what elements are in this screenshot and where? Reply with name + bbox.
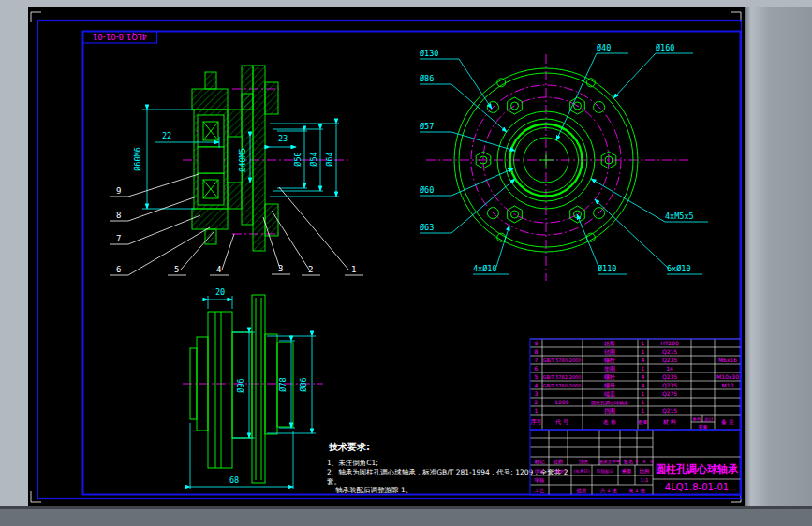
- outer-border: [38, 21, 742, 499]
- cell-qty: 1: [642, 390, 645, 397]
- tb-sheet-no: 第 1 张: [628, 488, 645, 494]
- cell-remark: M6x16: [718, 357, 737, 363]
- label-d110: Ø110: [598, 264, 616, 273]
- dim-50: Ø50: [293, 152, 303, 166]
- callout-4: 4: [216, 265, 221, 274]
- dim-86b: Ø86: [299, 377, 308, 391]
- bom-header: 序号 代 号 名 称 数量 材 料 单件 总计 重量 备 注: [531, 416, 734, 430]
- corner-drawing-number: 4LQ1.8-01-01: [93, 32, 147, 41]
- callout-7: 7: [116, 234, 121, 243]
- tb-design: 设计: [535, 468, 546, 474]
- bom-row-5: 5GB/T 5782-2000螺栓4Q235M10x30: [535, 373, 740, 381]
- cell-material: Q275: [662, 390, 677, 397]
- paper-corner-marks: [31, 12, 741, 502]
- cell-seq: 6: [535, 365, 539, 372]
- bom-h-seq: 序号: [531, 418, 542, 425]
- bom-h-material: 材 料: [662, 418, 676, 426]
- tb-sign2: (签名): [554, 469, 567, 474]
- callout-5: 5: [174, 265, 179, 274]
- bottom-dimensions: 20 68 Ø96 Ø78 Ø86: [190, 287, 316, 489]
- dim-96: Ø96: [236, 378, 245, 392]
- cell-material: HT200: [660, 340, 679, 346]
- bom-rows: 9轮毂1HT200 8毡圈1Q215 7GB/T 5780-2000螺栓4Q23…: [535, 340, 740, 415]
- cell-code: GB/T 5780-2000: [543, 358, 582, 363]
- tb-scale-value: 1:1: [641, 477, 649, 483]
- bom-h-code: 代 号: [554, 418, 568, 425]
- callout-6: 6: [116, 265, 121, 274]
- note-line-3: 套。: [327, 477, 341, 486]
- tb-zone: 分区: [579, 459, 590, 464]
- cell-name: 螺母: [604, 382, 615, 389]
- label-d60: Ø60: [420, 185, 434, 195]
- cell-seq: 5: [535, 373, 539, 380]
- bom-row-6: 6垫圈114: [535, 365, 673, 373]
- tb-sign: 签名: [624, 459, 634, 465]
- dim-64: Ø64: [325, 152, 334, 166]
- dim-40m5: Ø40M5: [238, 148, 247, 172]
- cell-seq: 8: [535, 348, 539, 355]
- cell-name: 端盖: [604, 390, 615, 397]
- callout-1: 1: [351, 265, 356, 274]
- cell-qty: 4: [642, 357, 645, 363]
- cell-name: 轮毂: [604, 340, 615, 347]
- cell-remark: M10x30: [716, 373, 739, 380]
- cell-qty: 1: [642, 340, 645, 346]
- technical-notes: 技术要求: 1、未注倒角C1; 2、轴承为圆柱孔调心球轴承，标准GB/T 281…: [327, 442, 568, 494]
- tb-scale: 比例: [640, 468, 650, 475]
- bom-row-8: 8毡圈1Q215: [535, 348, 678, 356]
- tb-process: 工艺: [535, 488, 546, 493]
- tb-mark: 标记: [534, 459, 546, 465]
- bottom-view: 20 68 Ø96 Ø78 Ø86: [183, 287, 323, 489]
- note-line-1: 1、未注倒角C1;: [327, 459, 378, 467]
- flange-labels: Ø130 Ø86 Ø57 Ø60 Ø63 Ø40 Ø160 4xM5x5 4xØ…: [420, 43, 708, 274]
- drawing-number: 4LQ1.8-01-01: [665, 482, 729, 492]
- cell-code: GB/T 5780-2000: [543, 383, 582, 388]
- note-line-4: 轴承装配后调整游隙 1。: [335, 486, 412, 494]
- label-thread: 4xM5x5: [665, 212, 694, 221]
- dim-23: 23: [278, 134, 288, 143]
- cell-name: 毡圈: [604, 348, 615, 356]
- dim-68: 68: [229, 475, 239, 485]
- cell-qty: 4: [642, 382, 645, 388]
- cell-code: 1209: [554, 399, 568, 405]
- tb-weight: 重量: [622, 468, 633, 474]
- bom-h-qty: 数量: [639, 419, 648, 425]
- dim-78: Ø78: [278, 377, 288, 391]
- cell-material: Q235: [662, 357, 677, 363]
- cell-qty: 1: [642, 407, 645, 414]
- cell-seq: 4: [535, 382, 539, 388]
- cell-qty: 4: [642, 373, 645, 380]
- drawing-title: 圆柱孔调心球轴承: [656, 463, 739, 475]
- cell-name: 挡圈: [604, 407, 615, 415]
- dim-60m6: Ø60M6: [133, 147, 142, 171]
- tb-approve: 批准: [577, 488, 588, 494]
- label-d40: Ø40: [597, 43, 611, 52]
- cell-qty: 1: [642, 348, 645, 355]
- cell-name: 垫圈: [604, 365, 615, 373]
- tb-stage: 阶段标记: [597, 468, 614, 475]
- cell-seq: 2: [535, 399, 539, 405]
- drawing-layer: 4LQ1.8-01-01: [0, 0, 812, 526]
- cell-seq: 3: [535, 390, 539, 397]
- title-block: 标记 处数 分区 更改文件号 签名 年、月、日 设计 (签名) (年月日) 阶段…: [530, 430, 741, 495]
- tb-doc: 更改文件号: [599, 459, 621, 464]
- tb-sheets: 共 1 张: [599, 488, 617, 494]
- cell-seq: 7: [535, 357, 539, 363]
- cell-seq: 9: [535, 340, 539, 346]
- cell-name: 螺栓: [604, 357, 615, 364]
- label-d130: Ø130: [420, 49, 438, 58]
- tb-check: 审核: [535, 477, 546, 483]
- cell-material: Q235: [662, 373, 677, 380]
- tb-count: 处数: [554, 459, 565, 465]
- cell-qty: 1: [642, 365, 645, 372]
- label-d63: Ø63: [420, 223, 434, 232]
- bom-h-total: 总计: [704, 416, 714, 422]
- cell-name: 螺栓: [604, 373, 615, 381]
- cell-material: 14: [666, 365, 673, 372]
- bom-table: 序号 代 号 名 称 数量 材 料 单件 总计 重量 备 注 9轮毂1HT200…: [530, 339, 741, 430]
- label-d57: Ø57: [420, 122, 434, 131]
- bom-h-name: 名 称: [603, 418, 616, 426]
- bom-row-2: 21209圆柱孔调心球轴承1: [535, 399, 645, 406]
- callout-8: 8: [116, 211, 121, 220]
- callout-9: 9: [116, 186, 121, 196]
